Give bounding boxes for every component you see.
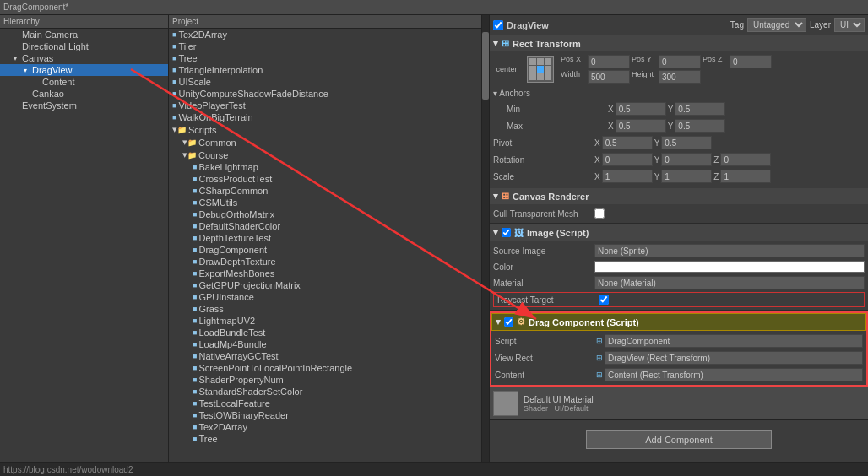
color-row: Color	[493, 259, 865, 274]
tree-item-eventsystem[interactable]: EventSystem	[0, 100, 168, 111]
content-input[interactable]	[605, 368, 863, 381]
script-value: ⊞	[596, 334, 863, 348]
view-rect-row: View Rect ⊞	[495, 349, 863, 366]
pos-z-input[interactable]	[730, 55, 772, 68]
item-label: Content	[42, 77, 75, 87]
proj-item[interactable]: ■TriangleInterpolation	[169, 64, 481, 76]
proj-item[interactable]: ■LoadBundleTest	[169, 327, 481, 338]
proj-folder-scripts[interactable]: ▾📁Scripts	[169, 123, 481, 136]
raycast-checkbox[interactable]	[599, 295, 609, 305]
min-y-input[interactable]	[675, 102, 725, 116]
scrollbar-thumb[interactable]	[482, 32, 489, 100]
drag-component-header[interactable]: ▾ ⚙ Drag Component (Script)	[491, 313, 866, 331]
component-enabled-checkbox[interactable]	[502, 228, 511, 237]
rotation-label: Rotation	[493, 155, 594, 165]
anchors-group: ▾ Anchors	[493, 85, 865, 100]
item-label: Directional Light	[22, 41, 89, 51]
y-label: Y	[668, 105, 674, 114]
expand-icon: ▾	[493, 227, 498, 238]
proj-item[interactable]: ■Grass	[169, 303, 481, 315]
source-image-input[interactable]	[594, 244, 865, 257]
max-x-input[interactable]	[616, 119, 666, 133]
component-title: Image (Script)	[527, 228, 589, 238]
scale-z-input[interactable]	[720, 170, 771, 183]
proj-item[interactable]: ■ShaderPropertyNum	[169, 374, 481, 386]
proj-item[interactable]: ■DragComponent	[169, 244, 481, 256]
view-rect-input[interactable]	[605, 351, 863, 365]
view-rect-label: View Rect	[495, 354, 596, 363]
script-icon: ■	[172, 113, 176, 122]
pos-x-input[interactable]	[588, 55, 630, 68]
canvas-renderer-header[interactable]: ▾ ⊞ Canvas Renderer	[490, 188, 868, 204]
proj-item[interactable]: ■Tiler	[169, 41, 481, 52]
proj-item[interactable]: ■CrossProductTest	[169, 173, 481, 185]
proj-item[interactable]: ■UIScale	[169, 76, 481, 88]
proj-item[interactable]: ■CSMUtils	[169, 197, 481, 208]
tree-item-cankao[interactable]: Cankao	[0, 88, 168, 100]
proj-item[interactable]: ■Tree	[169, 52, 481, 64]
proj-item[interactable]: ■StandardShaderSetColor	[169, 386, 481, 398]
proj-item[interactable]: ■Tex2DArray	[169, 421, 481, 433]
proj-item[interactable]: ■DebugOrthoMatrix	[169, 208, 481, 220]
y-label: Y	[668, 122, 674, 131]
project-scrollbar[interactable]	[482, 15, 489, 462]
anchor-widget[interactable]	[527, 56, 554, 83]
proj-item[interactable]: ■BakeLightmap	[169, 161, 481, 173]
height-input[interactable]	[659, 70, 701, 84]
script-icon: ■	[172, 42, 176, 51]
tree-item-directional-light[interactable]: Directional Light	[0, 41, 168, 52]
proj-item[interactable]: ■ScreenPointToLocalPointInRectangle	[169, 362, 481, 374]
proj-item[interactable]: ■DepthTextureTest	[169, 232, 481, 244]
rot-y-input[interactable]	[661, 153, 712, 166]
proj-folder-course[interactable]: ▾📁Course	[169, 149, 481, 161]
object-enabled-checkbox[interactable]	[493, 20, 503, 30]
proj-item[interactable]: ■DefaultShaderColor	[169, 220, 481, 232]
proj-item[interactable]: ■GPUInstance	[169, 291, 481, 303]
cull-mesh-checkbox[interactable]	[594, 208, 605, 219]
width-input[interactable]	[588, 70, 630, 84]
color-swatch[interactable]	[594, 261, 865, 273]
scale-y-input[interactable]	[661, 170, 712, 183]
proj-item[interactable]: ■CSharpCommon	[169, 185, 481, 197]
tree-item-dragview[interactable]: ▾ DragView	[0, 64, 168, 76]
pivot-x-input[interactable]	[602, 136, 653, 149]
proj-item[interactable]: ■DrawDepthTexture	[169, 256, 481, 268]
proj-folder-common[interactable]: ▾📁Common	[169, 136, 481, 149]
tree-item-main-camera[interactable]: Main Camera	[0, 29, 168, 41]
script-icon: ■	[193, 411, 197, 419]
image-script-header[interactable]: ▾ 🖼 Image (Script)	[490, 224, 868, 241]
add-component-button[interactable]: Add Component	[586, 430, 772, 449]
proj-item[interactable]: ■TestLocalFeature	[169, 398, 481, 409]
proj-item[interactable]: ■UnityComputeShadowFadeDistance	[169, 88, 481, 100]
tag-select[interactable]: Untagged	[747, 18, 806, 32]
proj-item[interactable]: ■WalkOnBigTerrain	[169, 111, 481, 123]
proj-item[interactable]: ■NativeArrayGCTest	[169, 350, 481, 362]
material-thumbnail	[493, 391, 518, 416]
tree-item-content[interactable]: Content	[0, 76, 168, 88]
proj-item[interactable]: ■ExportMeshBones	[169, 268, 481, 279]
scale-x-input[interactable]	[602, 170, 653, 183]
proj-item[interactable]: ■Tex2DArray	[169, 29, 481, 41]
min-x-input[interactable]	[616, 102, 666, 116]
rot-x-input[interactable]	[602, 153, 653, 166]
max-y-input[interactable]	[675, 119, 725, 133]
pivot-row: Pivot X Y	[493, 134, 865, 151]
proj-item[interactable]: ■TestOWBinaryReader	[169, 409, 481, 421]
object-name: DragView	[507, 20, 549, 30]
component-enabled-checkbox[interactable]	[504, 317, 513, 327]
pivot-y-input[interactable]	[661, 136, 712, 149]
proj-item[interactable]: ■GetGPUProjectionMatrix	[169, 279, 481, 291]
layer-select[interactable]: UI	[834, 18, 865, 32]
proj-item[interactable]: ■LoadMp4Bundle	[169, 338, 481, 350]
material-input[interactable]	[594, 276, 865, 289]
script-icon: ■	[172, 101, 176, 110]
rot-z-input[interactable]	[720, 153, 771, 166]
tree-item-canvas[interactable]: ▾ Canvas	[0, 52, 168, 64]
proj-item[interactable]: ■VideoPlayerTest	[169, 100, 481, 111]
script-input[interactable]	[605, 334, 863, 348]
script-icon: ■	[193, 246, 197, 254]
pos-y-input[interactable]	[659, 55, 701, 68]
proj-item[interactable]: ■LightmapUV2	[169, 315, 481, 327]
proj-item[interactable]: ■Tree	[169, 433, 481, 445]
rect-transform-header[interactable]: ▾ ⊞ Rect Transform	[490, 35, 868, 51]
